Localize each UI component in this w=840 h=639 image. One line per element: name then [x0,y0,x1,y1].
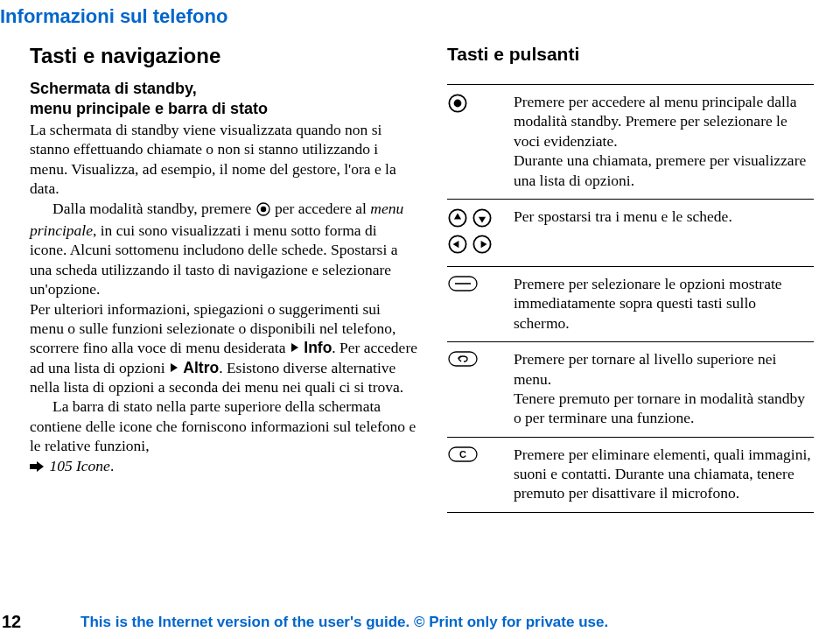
footer-text: This is the Internet version of the user… [80,614,608,631]
center-key-icon [256,201,270,221]
clear-key-icon: C [448,446,478,466]
triangle-icon [171,363,178,372]
page-number: 12 [0,612,80,632]
key-row: C Premere per eliminare elementi, quali … [447,438,814,513]
nav-right-icon [472,235,492,257]
key-icon-cell [447,274,503,333]
svg-text:C: C [459,449,466,460]
key-icon-cell [447,349,503,428]
key-desc: Premere per selezionare le opzioni mostr… [514,274,814,333]
key-icon-cell [447,92,503,190]
key-row: Premere per tornare al livello superiore… [447,342,814,438]
cross-ref: 105 Icone [49,457,110,474]
svg-point-3 [454,100,462,108]
nav-down-icon [472,208,492,231]
subsection-line1: Schermata di standby, [30,80,197,97]
nav-left-icon [448,235,467,257]
softkey-icon [448,276,478,295]
page: Informazioni sul telefono Tasti e naviga… [0,5,840,513]
p1b-before: Dalla modalità standby, premere [52,200,256,217]
left-column: Tasti e navigazione Schermata di standby… [0,37,417,513]
center-key-icon [448,94,467,116]
key-desc: Premere per eliminare elementi, quali im… [514,445,814,503]
key-row: Premere per selezionare le opzioni mostr… [447,267,814,342]
key-desc: Premere per tornare al livello superiore… [514,349,814,428]
key-row: Premere per accedere al menu principale … [447,85,814,200]
footer: 12 This is the Internet version of the u… [0,612,840,632]
key-row: Per spostarsi tra i menu e le schede. [447,200,814,267]
body-paragraphs: La schermata di standby viene visualizza… [30,120,417,475]
info-label: Info [304,339,332,356]
p1b-after: per accedere al [275,200,370,217]
right-column: Tasti e pulsanti Premere per accedere al… [447,37,814,513]
p2-tail: . [110,457,114,474]
svg-rect-10 [449,352,477,366]
subsection-title: Schermata di standby, menu principale e … [30,79,417,118]
key-icon-cell: C [447,445,503,503]
key-desc: Premere per accedere al menu principale … [514,92,814,190]
key-icon-cell [447,207,503,257]
p1a: La schermata di standby viene visualizza… [30,121,396,197]
svg-point-1 [260,206,265,211]
back-key-icon [448,351,478,370]
running-header: Informazioni sul telefono [0,5,814,28]
triangle-icon [291,343,298,352]
p2-before: La barra di stato nella parte superiore … [30,397,416,454]
nav-up-icon [448,208,467,231]
section-title: Tasti e navigazione [30,44,417,68]
right-heading: Tasti e pulsanti [447,44,814,65]
arrow-right-icon [30,461,44,472]
altro-label: Altro [183,359,219,376]
two-column-layout: Tasti e navigazione Schermata di standby… [0,37,814,513]
subsection-line2: menu principale e barra di stato [30,100,268,117]
key-desc: Per spostarsi tra i menu e le schede. [514,207,814,257]
